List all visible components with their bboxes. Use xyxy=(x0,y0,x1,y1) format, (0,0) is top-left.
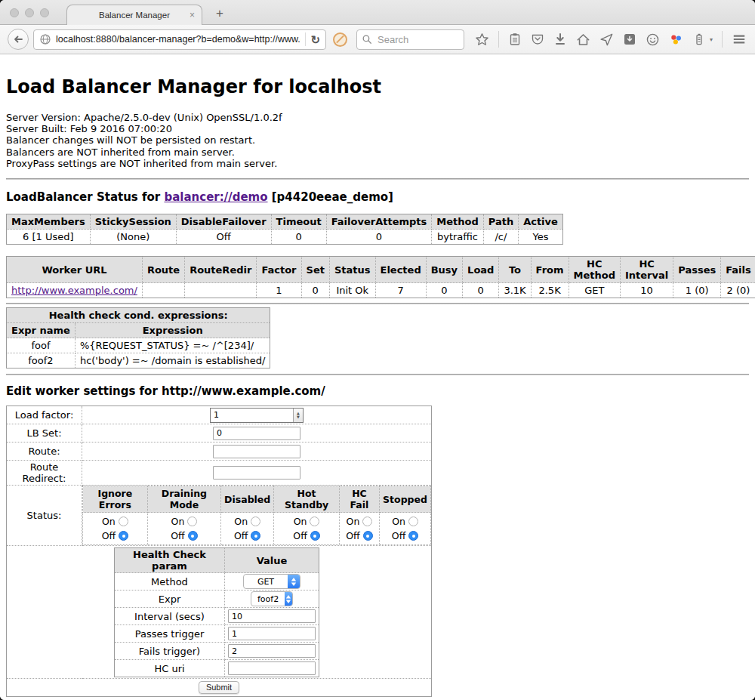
number-spinner-icon[interactable]: ▲▼ xyxy=(293,409,303,422)
back-arrow-icon xyxy=(12,33,24,45)
worker-row: http://www.example.com/ 1 0 Init Ok 7 0 … xyxy=(7,283,755,298)
send-plane-icon[interactable] xyxy=(599,32,614,47)
search-input[interactable] xyxy=(376,33,451,46)
interval-label: Interval (secs) xyxy=(115,608,225,625)
battery-extension-icon[interactable] xyxy=(692,32,706,46)
bookmark-star-icon[interactable] xyxy=(475,32,489,47)
divider xyxy=(6,374,749,375)
proxypass-note-line: ProxyPass settings are NOT inherited fro… xyxy=(6,158,749,169)
hc-fail-on-radio[interactable] xyxy=(362,517,372,526)
health-check-expressions-table: Health check cond. expressions: Expr nam… xyxy=(6,307,270,369)
fails-label: Fails trigger) xyxy=(115,643,225,660)
reload-icon[interactable]: ↻ xyxy=(310,34,320,45)
load-factor-input[interactable]: ▲▼ xyxy=(210,408,304,423)
url-input[interactable]: localhost:8880/balancer-manager?b=demo&w… xyxy=(56,34,300,45)
hc-uri-label: HC uri xyxy=(115,660,225,677)
tab-title: Balancer Manager xyxy=(99,11,170,20)
download-box-icon[interactable] xyxy=(623,32,636,46)
status-row: Status: Ignore Errors Draining Mode Disa… xyxy=(7,486,432,546)
balancer-status-table: MaxMembers StickySession DisableFailover… xyxy=(6,214,563,245)
loadbalancer-status-heading: LoadBalancer Status for balancer://demo … xyxy=(6,190,749,204)
fails-input[interactable] xyxy=(228,644,316,658)
page-content: Load Balancer Manager for localhost Serv… xyxy=(0,54,755,700)
close-tab-icon[interactable]: × xyxy=(190,11,195,20)
disabled-on-radio[interactable] xyxy=(251,517,260,526)
disabled-off-radio[interactable] xyxy=(251,531,260,541)
health-check-param-table: Health Check param Value Method GET xyxy=(114,547,319,677)
health-check-row: Health Check param Value Method GET xyxy=(7,546,432,679)
submit-row: Submit xyxy=(7,679,432,697)
navigation-toolbar: localhost:8880/balancer-manager?b=demo&w… xyxy=(0,25,755,54)
route-row: Route: xyxy=(7,443,432,461)
expr-table-title: Health check cond. expressions: xyxy=(7,308,270,323)
draining-mode-off-radio[interactable] xyxy=(188,531,198,541)
load-factor-label: Load factor: xyxy=(7,406,82,424)
divider xyxy=(6,303,749,304)
status-radio-table: Ignore Errors Draining Mode Disabled Hot… xyxy=(82,486,431,545)
stopped-on-radio[interactable] xyxy=(408,517,418,526)
back-button[interactable] xyxy=(8,29,29,50)
ignore-errors-on-radio[interactable] xyxy=(119,517,128,526)
expr-row-foof2: foof2 hc('body') =~ /domain is establish… xyxy=(7,353,270,369)
method-label: Method xyxy=(115,573,225,591)
window-controls[interactable] xyxy=(10,8,49,17)
divider xyxy=(6,178,749,180)
worker-url-link[interactable]: http://www.example.com/ xyxy=(11,285,137,296)
inherit-note-line: Balancers are NOT inherited from main se… xyxy=(6,146,749,158)
interval-input[interactable] xyxy=(228,609,316,623)
method-select[interactable]: GET xyxy=(243,574,300,589)
route-redirect-label: Route Redirect: xyxy=(7,461,82,486)
edit-worker-form: Load factor: ▲▼ LB Set: Route: Route Red… xyxy=(6,406,432,697)
globe-icon xyxy=(39,33,51,45)
url-bar[interactable]: localhost:8880/balancer-manager?b=demo&w… xyxy=(33,29,326,50)
expr-label: Expr xyxy=(115,591,225,608)
chevron-down-icon[interactable]: ▾ xyxy=(710,36,713,43)
worker-table: Worker URL Route RouteRedir Factor Set S… xyxy=(6,256,755,298)
persist-note-line: Balancer changes will NOT be persisted o… xyxy=(6,134,749,146)
passes-label: Passes trigger xyxy=(115,625,225,643)
browser-window: Balancer Manager × + localhost:8880/bala… xyxy=(0,0,755,700)
bookmarks-clipboard-icon[interactable] xyxy=(508,32,522,46)
expr-row-foof: foof %{REQUEST_STATUS} =~ /^[234]/ xyxy=(7,338,270,353)
stopped-off-radio[interactable] xyxy=(408,531,418,541)
balancer-demo-link[interactable]: balancer://demo xyxy=(164,190,267,204)
ignore-errors-off-radio[interactable] xyxy=(119,531,128,541)
load-factor-row: Load factor: ▲▼ xyxy=(7,406,432,424)
home-icon[interactable] xyxy=(576,32,590,47)
hc-uri-input[interactable] xyxy=(228,661,316,675)
submit-button[interactable]: Submit xyxy=(199,681,239,694)
downloads-icon[interactable] xyxy=(553,32,567,46)
toolbar-icons: ▾ xyxy=(475,31,755,48)
search-bar[interactable] xyxy=(356,29,464,50)
color-dots-extension-icon[interactable] xyxy=(669,32,683,47)
route-redirect-input[interactable] xyxy=(213,466,300,480)
hc-fail-off-radio[interactable] xyxy=(363,531,373,541)
server-version-line: Server Version: Apache/2.5.0-dev (Unix) … xyxy=(6,112,749,123)
route-label: Route: xyxy=(7,443,82,461)
page-title: Load Balancer Manager for localhost xyxy=(6,77,749,97)
smiley-chat-icon[interactable] xyxy=(646,32,660,47)
pocket-icon[interactable] xyxy=(531,32,544,46)
edit-worker-heading: Edit worker settings for http://www.exam… xyxy=(6,384,749,398)
tab-balancer-manager[interactable]: Balancer Manager × xyxy=(66,5,202,25)
minimize-window-button[interactable] xyxy=(25,8,34,17)
lb-set-row: LB Set: xyxy=(7,424,432,443)
new-tab-button[interactable]: + xyxy=(216,6,223,21)
expr-select[interactable]: foof2 xyxy=(251,591,293,606)
hot-standby-on-radio[interactable] xyxy=(310,517,319,526)
zoom-window-button[interactable] xyxy=(40,8,49,17)
draining-mode-on-radio[interactable] xyxy=(187,517,197,526)
close-window-button[interactable] xyxy=(10,8,19,17)
select-stepper-icon xyxy=(288,575,300,588)
search-icon xyxy=(362,34,372,45)
route-redirect-row: Route Redirect: xyxy=(7,461,432,486)
blocker-extension-icon[interactable] xyxy=(333,32,347,47)
hot-standby-off-radio[interactable] xyxy=(310,531,320,541)
menu-hamburger-icon[interactable] xyxy=(732,32,747,47)
passes-input[interactable] xyxy=(228,627,316,640)
tab-bar: Balancer Manager × + xyxy=(0,0,755,25)
route-input[interactable] xyxy=(213,445,300,458)
lb-set-input[interactable] xyxy=(213,427,300,440)
select-stepper-icon xyxy=(285,592,292,606)
server-built-line: Server Built: Feb 9 2016 07:00:20 xyxy=(6,123,749,134)
